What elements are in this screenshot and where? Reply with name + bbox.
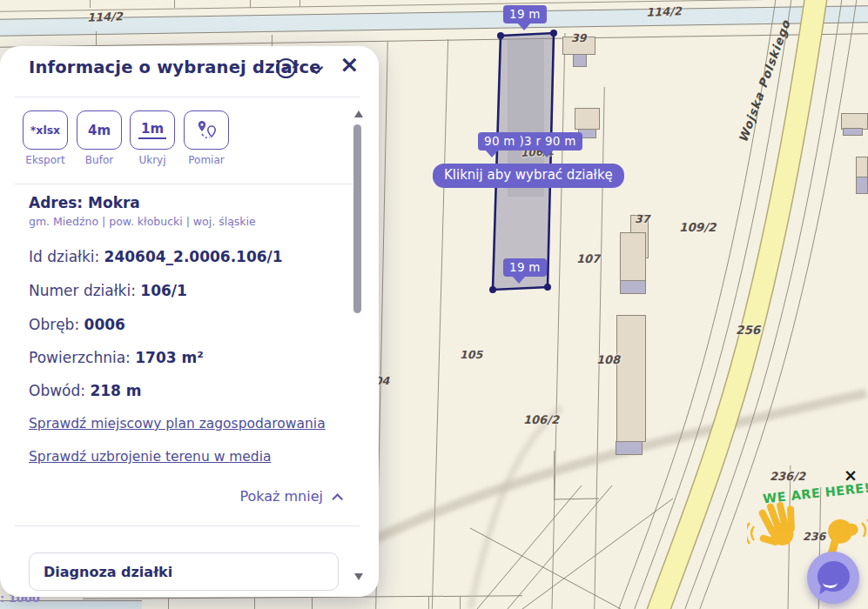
- tool-measure: Pomiar: [180, 110, 232, 166]
- map-label: 105: [460, 348, 482, 361]
- parcel-line: [554, 451, 555, 500]
- parcel-line: [554, 499, 599, 500]
- hide-button[interactable]: 1m: [130, 110, 175, 150]
- tool-export: *xlsx Eksport: [19, 110, 71, 166]
- chevron-up-icon: [332, 493, 343, 505]
- building: [575, 108, 600, 130]
- parcel-line: [96, 31, 97, 46]
- building-annex: [573, 54, 587, 67]
- measure-caption: Pomiar: [180, 154, 232, 166]
- parcel-line: [312, 597, 313, 609]
- parcel-line: [254, 598, 255, 609]
- tool-buffer: 4m Bufor: [73, 110, 125, 166]
- map-label: 106/2: [523, 413, 559, 426]
- parcel-line: [168, 598, 169, 609]
- building: [856, 157, 868, 177]
- divider: [15, 525, 360, 526]
- divider: [15, 97, 360, 97]
- map-label: 37: [635, 212, 649, 225]
- building-37-lower: [620, 232, 646, 281]
- map-label: 107: [576, 252, 600, 265]
- parcel-line: [551, 33, 565, 609]
- tool-hide: 1m Ukryj: [126, 110, 178, 166]
- chat-bubble-icon: [818, 561, 850, 592]
- hide-caption: Ukryj: [126, 154, 178, 166]
- parcel-line: [90, 0, 91, 8]
- parcel-line: [432, 39, 448, 609]
- field-parcel-id: Id działki: 240604_2.0006.106/1: [29, 248, 283, 265]
- parcel-line: [272, 35, 273, 46]
- parcel-line: [174, 0, 175, 8]
- link-utilities[interactable]: Sprawdź uzbrojenie terenu w media: [29, 449, 272, 465]
- building-annex: [843, 128, 863, 136]
- parcel-line: [299, 0, 300, 7]
- building-tall: [616, 315, 646, 442]
- sticker-close-icon[interactable]: ×: [844, 467, 858, 484]
- parcel-line: [460, 596, 461, 609]
- buffer-caption: Bufor: [73, 154, 125, 166]
- we-are-here-sticker: × WE ARE HERE!: [750, 465, 868, 561]
- show-less-button[interactable]: Pokaż mniej: [239, 488, 340, 505]
- parcel-line: [250, 0, 251, 8]
- measure-badge-pointer: [512, 276, 526, 284]
- measure-pins-icon: [195, 119, 218, 142]
- map-label: 256: [736, 323, 760, 337]
- measure-badge-pointer: [540, 150, 554, 157]
- map-label: 39: [571, 31, 586, 44]
- address-subline: gm. Miedźno | pow. kłobucki | woj. śląsk…: [29, 215, 256, 228]
- field-precinct: Obręb: 0006: [29, 316, 125, 333]
- map-label: 108: [596, 353, 620, 366]
- map-label: 114/2: [646, 4, 682, 18]
- parcel-info-panel: Informacje o wybranej działce ? × *xlsx …: [0, 46, 379, 597]
- scrollbar-thumb[interactable]: [353, 124, 361, 313]
- measure-badge-top: 19 m: [503, 5, 547, 23]
- address-line: Adres: Mokra: [29, 194, 140, 211]
- buffer-button[interactable]: 4m: [77, 110, 122, 150]
- measure-badge-bar: 90 m )3 r 90 m: [478, 132, 582, 151]
- field-parcel-number: Numer działki: 106/1: [29, 282, 187, 299]
- parcel-line: [428, 596, 429, 609]
- export-button[interactable]: *xlsx: [23, 110, 68, 150]
- map-label: 114/2: [87, 10, 123, 23]
- scrollbar-up-arrow[interactable]: [354, 110, 363, 117]
- scrollbar-down-arrow[interactable]: [354, 573, 363, 580]
- field-perimeter: Obwód: 218 m: [29, 382, 142, 399]
- field-area: Powierzchnia: 1703 m²: [29, 349, 204, 366]
- measure-badge-pointer: [485, 150, 499, 157]
- export-caption: Eksport: [19, 154, 71, 166]
- measure-badge-pointer: [517, 23, 531, 30]
- map-label: 109/2: [679, 220, 717, 234]
- diagnosis-section[interactable]: Diagnoza działki: [29, 552, 339, 591]
- measure-badge-bottom: 19 m: [503, 258, 547, 277]
- building-annex: [616, 441, 643, 455]
- building-annex: [856, 177, 868, 194]
- divider: [15, 184, 360, 184]
- waving-hand-icon: [747, 497, 810, 559]
- close-icon[interactable]: ×: [340, 52, 360, 76]
- link-zoning-plan[interactable]: Sprawdź miejscowy plan zagospodarowania: [29, 416, 326, 432]
- help-icon[interactable]: ?: [276, 58, 296, 78]
- map-tooltip: Kliknij aby wybrać działkę: [433, 164, 624, 188]
- chat-widget-button[interactable]: [807, 552, 859, 604]
- measure-button[interactable]: [184, 110, 229, 150]
- building-annex: [620, 280, 646, 294]
